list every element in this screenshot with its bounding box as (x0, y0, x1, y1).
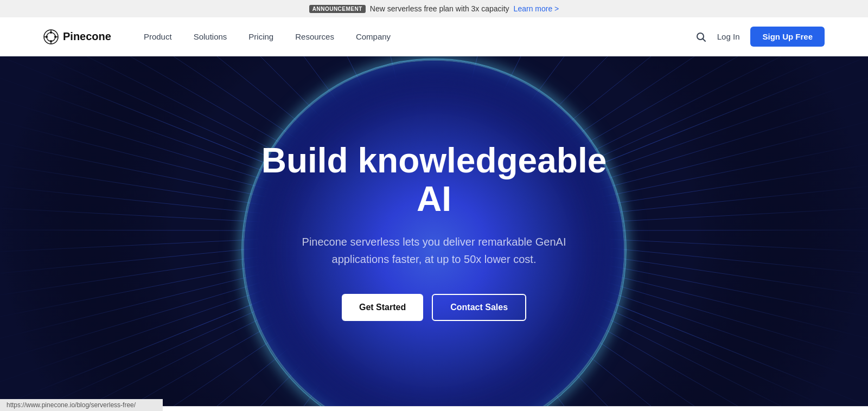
navbar: Pinecone Product Solutions Pricing Resou… (0, 17, 868, 56)
svg-line-11 (703, 38, 705, 41)
svg-point-1 (47, 33, 55, 41)
status-bar: https://www.pinecone.io/blog/serverless-… (0, 399, 163, 411)
hero-subtitle: Pinecone serverless lets you deliver rem… (282, 233, 586, 268)
nav-solutions[interactable]: Solutions (194, 32, 227, 41)
announcement-bar: ANNOUNCEMENT New serverless free plan wi… (0, 0, 868, 17)
contact-sales-button[interactable]: Contact Sales (432, 294, 526, 321)
announcement-badge: ANNOUNCEMENT (309, 5, 366, 13)
hero-content: Build knowledgeable AI Pinecone serverle… (244, 142, 624, 321)
nav-actions: Log In Sign Up Free (695, 27, 825, 47)
nav-company[interactable]: Company (356, 32, 391, 41)
signup-button[interactable]: Sign Up Free (750, 27, 825, 47)
login-link[interactable]: Log In (717, 32, 740, 41)
announcement-link[interactable]: Learn more > (514, 4, 559, 13)
nav-resources[interactable]: Resources (295, 32, 334, 41)
hero-buttons: Get Started Contact Sales (255, 294, 613, 321)
announcement-text: New serverless free plan with 3x capacit… (370, 4, 509, 13)
hero-title: Build knowledgeable AI (255, 142, 613, 218)
logo[interactable]: Pinecone (43, 29, 111, 44)
logo-icon (43, 29, 59, 44)
nav-product[interactable]: Product (144, 32, 172, 41)
hero-section: Build knowledgeable AI Pinecone serverle… (0, 56, 868, 406)
search-icon (695, 31, 706, 42)
nav-pricing[interactable]: Pricing (248, 32, 273, 41)
nav-links: Product Solutions Pricing Resources Comp… (144, 32, 695, 41)
get-started-button[interactable]: Get Started (342, 294, 423, 321)
logo-text: Pinecone (63, 30, 111, 43)
search-button[interactable] (695, 31, 706, 42)
